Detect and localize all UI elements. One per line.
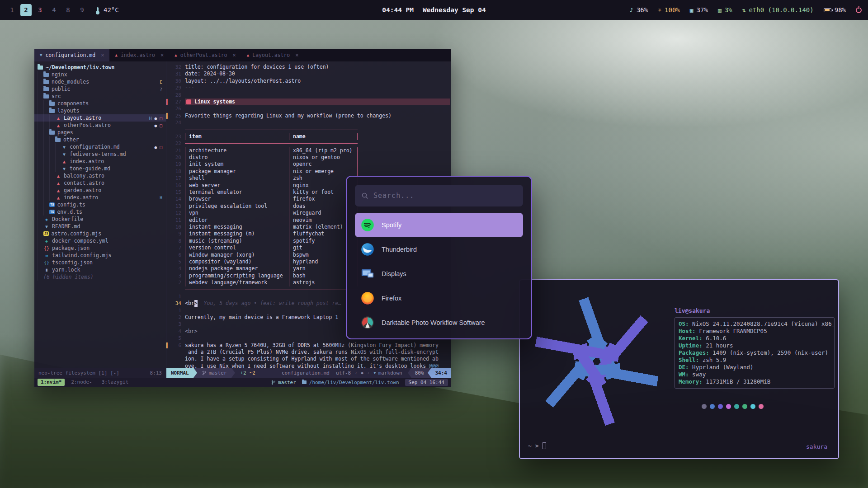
- tmux-window-2-node-[interactable]: 2:node-: [68, 379, 95, 386]
- buffer-line[interactable]: 29---: [166, 84, 451, 91]
- workspace-2[interactable]: 2: [20, 4, 32, 16]
- workspace-4[interactable]: 4: [48, 4, 60, 16]
- tree-item-garden.astro[interactable]: ▲garden.astro: [34, 187, 166, 194]
- launcher-item-spotify[interactable]: Spotify: [355, 213, 523, 237]
- workspace-9[interactable]: 9: [76, 4, 88, 16]
- tree-item-node_modules[interactable]: node_modulesE: [34, 78, 166, 85]
- buffer-line[interactable]: 21architecturex86_64 (rip m2 pro): [166, 147, 451, 154]
- buffer-line[interactable]: 20distronixos or gentoo: [166, 154, 451, 161]
- close-icon[interactable]: ×: [233, 52, 236, 58]
- tmux-window-1-nvim-[interactable]: 1:nvim*: [38, 379, 65, 386]
- disk-module[interactable]: ▥3%: [718, 6, 732, 14]
- tree-item-pages[interactable]: pages: [34, 129, 166, 136]
- buffer-line[interactable]: ▍27Linux systems: [166, 99, 451, 105]
- palette-dot: [710, 404, 715, 409]
- launcher-item-firefox[interactable]: Firefox: [355, 286, 523, 310]
- tmux-window-3-lazygit[interactable]: 3:lazygit: [99, 379, 132, 386]
- tree-item-fediverse-terms.md[interactable]: ▼fediverse-terms.md: [34, 150, 166, 158]
- table-row: instant messaging (m)fluffychat: [185, 230, 358, 237]
- line-content: [185, 127, 451, 133]
- tree-item-tailwind.config.mjs[interactable]: ≈tailwind.config.mjs: [34, 252, 166, 259]
- tree-item-layouts[interactable]: layouts: [34, 107, 166, 114]
- line-content: and a 2TB (Crucial P5 Plus) NVMe drive. …: [185, 349, 451, 356]
- buffer-line[interactable]: 31date: 2024-08-30: [166, 70, 451, 77]
- buffer-line[interactable]: ▍25Favorite things regarding Linux and m…: [166, 113, 451, 119]
- tab-Layout.astro[interactable]: ▲Layout.astro×: [241, 49, 304, 61]
- tree-item-src[interactable]: src: [34, 93, 166, 100]
- table-row: editorneovim: [185, 217, 358, 224]
- network-module[interactable]: ⇅eth0 (10.0.0.140): [742, 6, 814, 14]
- buffer-line[interactable]: ▍6sakura has a Ryzen 5 7640U, 32GB of DD…: [166, 342, 451, 349]
- indent-guide: [43, 129, 49, 136]
- tree-item-config.ts[interactable]: TSconfig.ts: [34, 201, 166, 208]
- power-module[interactable]: [856, 7, 862, 13]
- launcher-item-darktable-photo-workflow-software[interactable]: Darktable Photo Workflow Software: [355, 310, 523, 335]
- temperature-module[interactable]: 42°C: [97, 6, 119, 14]
- tree-item-index.astro[interactable]: ▲index.astro: [34, 158, 166, 165]
- buffer-line[interactable]: and a 2TB (Crucial P5 Plus) NVMe drive. …: [166, 349, 451, 356]
- neo-tree-panel[interactable]: ~/Development/liv.townnginxnode_modulesE…: [34, 61, 166, 368]
- tree-item-docker-compose.yml[interactable]: ◈docker-compose.yml: [34, 237, 166, 244]
- tree-item-components[interactable]: components: [34, 100, 166, 107]
- tab-index.astro[interactable]: ▲index.astro×: [109, 49, 169, 61]
- tree-item-Dockerfile[interactable]: ◈Dockerfile: [34, 216, 166, 223]
- launcher-item-thunderbird[interactable]: Thunderbird: [355, 237, 523, 262]
- brightness-module[interactable]: ☼100%: [658, 6, 680, 14]
- gutter-sign: [166, 140, 170, 147]
- buffer-line[interactable]: 32title: configuration for devices i use…: [166, 64, 451, 70]
- tree-item-configuration.md[interactable]: ▼configuration.md●□: [34, 143, 166, 150]
- buffer-line[interactable]: 28: [166, 92, 451, 99]
- power-icon[interactable]: [856, 7, 862, 13]
- buffer-line[interactable]: 18package managernix or emerge: [166, 168, 451, 175]
- close-icon[interactable]: ×: [295, 52, 298, 58]
- tree-item-public[interactable]: public?: [34, 85, 166, 93]
- shell-prompt[interactable]: ~ >: [528, 442, 546, 449]
- battery-module[interactable]: 98%: [824, 6, 846, 14]
- fetch-info-line: Host: Framework FRANMDCP05: [679, 328, 830, 335]
- workspace-8[interactable]: 8: [62, 4, 74, 16]
- buffer-line[interactable]: 26: [166, 105, 451, 112]
- launcher-item-displays[interactable]: Displays: [355, 262, 523, 286]
- buffer-line[interactable]: ion. I have a setup consisting of Hyprla…: [166, 356, 451, 362]
- tree-item-index.astro[interactable]: ▲index.astroH: [34, 194, 166, 201]
- tree-item--6-hidden-items-[interactable]: (6 hidden items): [34, 273, 166, 281]
- tree-item-yarn.lock[interactable]: ∎yarn.lock: [34, 266, 166, 273]
- tree-item-otherPost.astro[interactable]: ▲otherPost.astro●□: [34, 122, 166, 129]
- tree-item-README.md[interactable]: ▼README.md: [34, 223, 166, 230]
- buffer-line[interactable]: 19init systemopenrc: [166, 161, 451, 168]
- close-icon[interactable]: ×: [160, 52, 164, 58]
- terminal-window[interactable]: liv@sakura OS: NixOS 24.11.20240828.71e9…: [519, 279, 839, 459]
- buffer-line[interactable]: 30layout: ../../layouts/otherPost.astro: [166, 78, 451, 84]
- workspace-1[interactable]: 1: [6, 4, 18, 16]
- table-row: instant messagingmatrix (element): [185, 224, 358, 230]
- clock[interactable]: 04:44 PM Wednesday Sep 04: [382, 6, 486, 14]
- tree-item-label: garden.astro: [64, 187, 101, 193]
- tree-item-tone-guide.md[interactable]: ▼tone-guide.md: [34, 165, 166, 172]
- tab-configuration.md[interactable]: ▼configuration.md×: [34, 49, 109, 61]
- table-cell-item: shell: [185, 175, 289, 182]
- buffer-line[interactable]: 23itemname: [166, 133, 451, 140]
- buffer-line[interactable]: 22: [166, 140, 451, 147]
- tree-item-other[interactable]: other: [34, 136, 166, 143]
- buffer-line[interactable]: ove. I use Nix when I need software with…: [166, 363, 451, 368]
- tree-item-nginx[interactable]: nginx: [34, 71, 166, 78]
- close-icon[interactable]: ×: [101, 52, 104, 58]
- tree-item-env.d.ts[interactable]: TSenv.d.ts: [34, 208, 166, 216]
- launcher-search[interactable]: Search...: [355, 185, 523, 206]
- network-value: eth0 (10.0.0.140): [749, 6, 813, 14]
- tree-item-contact.astro[interactable]: ▲contact.astro: [34, 179, 166, 187]
- buffer-line[interactable]: 24: [166, 119, 451, 126]
- indent-guide: [38, 266, 43, 273]
- tree-item-Layout.astro[interactable]: ▲Layout.astroH●□: [34, 114, 166, 122]
- filetype-label: markdown: [378, 370, 402, 376]
- tree-item-~-Development-liv.town[interactable]: ~/Development/liv.town: [34, 64, 166, 71]
- tree-item-balcony.astro[interactable]: ▲balcony.astro: [34, 172, 166, 179]
- tree-item-package.json[interactable]: {}package.json: [34, 244, 166, 252]
- volume-module[interactable]: ♪36%: [630, 6, 648, 14]
- cpu-module[interactable]: ▣37%: [690, 6, 708, 14]
- tab-otherPost.astro[interactable]: ▲otherPost.astro×: [169, 49, 241, 61]
- tree-item-tsconfig.json[interactable]: {}tsconfig.json: [34, 259, 166, 266]
- tree-item-astro.config.mjs[interactable]: JSastro.config.mjs: [34, 230, 166, 237]
- buffer-line[interactable]: [166, 127, 451, 133]
- workspace-3[interactable]: 3: [34, 4, 46, 16]
